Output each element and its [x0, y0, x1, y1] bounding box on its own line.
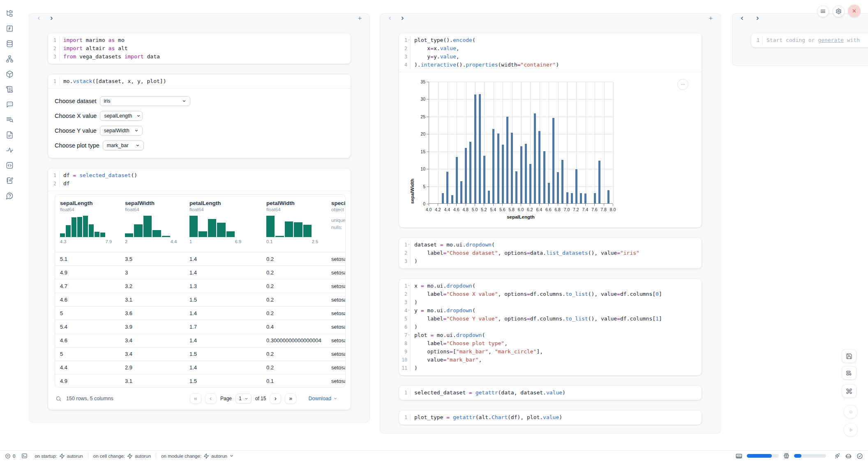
code-text[interactable]: plot_type = getattr(alt.Chart(df), plot.…	[411, 413, 562, 422]
page-select[interactable]: 1	[235, 394, 252, 403]
code-text[interactable]: )	[411, 257, 418, 265]
code-text[interactable]: import altair as alt	[60, 44, 128, 53]
settings-button[interactable]	[833, 5, 845, 17]
rail-dependency-graph-button[interactable]	[5, 54, 14, 63]
fold-marker-icon[interactable]	[407, 309, 411, 312]
altair-chart[interactable]: sepalWidth4.04.24.44.64.85.05.25.45.65.8…	[410, 77, 619, 221]
code-text[interactable]: )	[411, 323, 418, 331]
code-text[interactable]: dataset = mo.ui.dropdown(	[411, 241, 495, 249]
add-cell-icon[interactable]	[357, 15, 363, 21]
rail-logs-button[interactable]	[5, 115, 14, 124]
chevron-right-icon[interactable]	[755, 15, 761, 21]
layout-toggle-button[interactable]	[842, 366, 856, 380]
code-text[interactable]: x = mo.ui.dropdown(	[411, 282, 476, 290]
table-row[interactable]: 4.93.11.50.1setosa	[55, 374, 346, 387]
code-text[interactable]: label="Choose dataset", options=data.lis…	[411, 249, 639, 257]
code-text[interactable]: import marimo as mo	[60, 36, 125, 44]
table-row[interactable]: 4.63.41.40.30000000000000004setosa	[55, 334, 346, 347]
rail-functions-button[interactable]	[5, 24, 14, 33]
chevron-left-icon[interactable]	[36, 15, 42, 21]
code-text[interactable]: df	[60, 180, 70, 188]
last-page-button[interactable]	[285, 393, 296, 404]
generate-with-ai-link[interactable]: generate	[818, 37, 844, 43]
code-text[interactable]: value="mark_bar",	[411, 356, 482, 364]
prev-page-button[interactable]	[205, 393, 217, 404]
code-text[interactable]: label="Choose X value", options=df.colum…	[411, 290, 662, 298]
code-text[interactable]: mo.vstack([dataset, x, y, plot])	[60, 77, 166, 85]
table-row[interactable]: 4.42.91.40.2setosa	[55, 361, 346, 374]
on-startup-mode[interactable]: on startup: autorun	[35, 453, 83, 459]
choose-plot-type-select[interactable]: mark_bar	[103, 141, 144, 150]
column-header[interactable]: sepalWidthfloat6424.4	[120, 195, 185, 252]
code-text[interactable]: )	[411, 298, 418, 307]
tracing-icon	[6, 146, 14, 154]
ai-assistant-button[interactable]	[834, 453, 840, 459]
choose-x-value-select[interactable]: sepalLength	[100, 111, 143, 121]
code-text[interactable]: plot = mo.ui.dropdown(	[411, 331, 485, 339]
menu-button[interactable]	[817, 5, 829, 17]
code-text[interactable]: plot_type().encode(	[411, 36, 476, 44]
table-row[interactable]: 53.61.40.2setosa	[55, 306, 346, 320]
chart-plot-area[interactable]	[429, 82, 613, 204]
chevron-left-icon[interactable]	[739, 15, 745, 21]
rail-scratchpad-button[interactable]	[5, 176, 14, 185]
terminal-button[interactable]	[21, 453, 28, 459]
choose-y-value-select[interactable]: sepalWidth	[100, 126, 143, 136]
code-text[interactable]: x=x.value,	[411, 44, 459, 53]
code-text[interactable]: y = mo.ui.dropdown(	[411, 307, 476, 315]
fold-marker-icon[interactable]	[407, 38, 411, 41]
shutdown-button[interactable]	[848, 5, 861, 17]
rail-snippets-button[interactable]	[5, 161, 14, 170]
choose-dataset-select[interactable]: iris	[100, 96, 190, 106]
table-row[interactable]: 4.73.21.30.2setosa	[55, 279, 346, 293]
rail-package-button[interactable]	[5, 69, 14, 78]
error-count-indicator[interactable]: 0	[5, 453, 15, 459]
code-text[interactable]: df = selected_dataset()	[60, 171, 137, 180]
code-text[interactable]: from vega_datasets import data	[60, 53, 160, 61]
fold-marker-icon[interactable]	[407, 284, 411, 287]
table-row[interactable]: 4.63.11.50.2setosa	[55, 293, 346, 306]
column-header[interactable]: speciesobjectunique:nulls:	[326, 195, 346, 252]
column-header[interactable]: sepalLengthfloat644.37.9	[55, 195, 120, 252]
fold-marker-icon[interactable]	[407, 243, 411, 246]
rail-help-button[interactable]	[5, 191, 14, 200]
rail-chat-button[interactable]	[5, 100, 14, 109]
stop-all-button[interactable]	[844, 405, 858, 419]
code-text[interactable]: ).interactive().properties(width="contai…	[411, 61, 559, 69]
column-header[interactable]: petalWidthfloat640.12.5	[261, 195, 326, 252]
table-row[interactable]: 4.931.40.2setosa	[55, 265, 346, 279]
copilot-button[interactable]	[845, 452, 852, 459]
keyboard-shortcuts-button[interactable]	[842, 384, 856, 398]
download-button[interactable]: Download	[306, 395, 340, 402]
chevron-right-icon[interactable]	[399, 15, 406, 21]
add-cell-icon[interactable]	[708, 15, 714, 21]
on-module-change-mode[interactable]: on module change: autorun	[161, 453, 234, 459]
table-row[interactable]: 5.13.51.40.2setosa	[55, 252, 346, 265]
rail-tracing-button[interactable]	[5, 145, 14, 154]
code-text[interactable]: options=["mark_bar", "mark_circle"],	[411, 348, 543, 356]
code-text[interactable]: selected_dataset = getattr(data, dataset…	[411, 389, 566, 397]
code-text[interactable]: )	[411, 364, 418, 372]
code-text[interactable]: label="Choose plot type",	[411, 339, 508, 348]
rail-file-tree-button[interactable]	[5, 9, 14, 18]
rail-database-button[interactable]	[5, 39, 14, 48]
code-text[interactable]: label="Choose Y value", options=df.colum…	[411, 315, 662, 323]
on-cell-change-mode[interactable]: on cell change: autorun	[93, 453, 151, 459]
fold-marker-icon[interactable]	[407, 333, 411, 337]
code-text[interactable]: y=y.value,	[411, 53, 459, 61]
save-button[interactable]	[842, 349, 856, 363]
connection-status-button[interactable]	[856, 453, 863, 459]
chevron-right-icon[interactable]	[48, 15, 55, 21]
table-row[interactable]: 53.41.50.2setosa	[55, 347, 346, 361]
column-header[interactable]: petalLengthfloat6416.9	[185, 195, 261, 252]
chart-menu-button[interactable]	[677, 79, 688, 90]
first-page-button[interactable]	[190, 393, 201, 404]
table-row[interactable]: 5.43.91.70.4setosa	[55, 320, 346, 333]
run-all-button[interactable]	[844, 423, 858, 437]
rail-script-button[interactable]	[5, 85, 14, 94]
rail-documentation-button[interactable]	[5, 130, 14, 139]
search-icon[interactable]	[55, 396, 62, 402]
next-page-button[interactable]	[270, 393, 281, 404]
code-editor-placeholder[interactable]: Start coding or generate with	[763, 36, 860, 44]
chevron-left-icon[interactable]	[387, 15, 393, 21]
